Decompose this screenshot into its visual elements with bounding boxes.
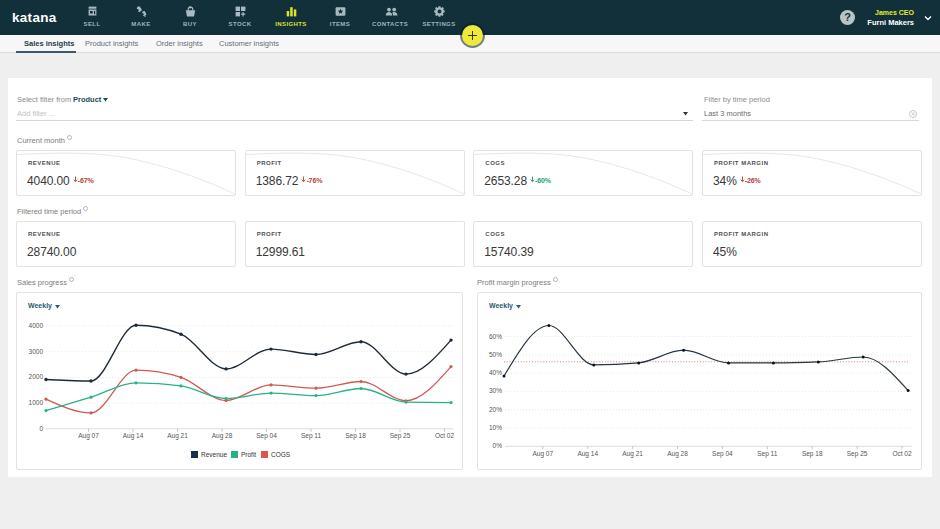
svg-text:30%: 30% (489, 387, 502, 394)
svg-text:Aug 14: Aug 14 (123, 432, 144, 440)
svg-text:50%: 50% (489, 351, 502, 358)
svg-text:Aug 21: Aug 21 (622, 450, 643, 458)
svg-text:Aug 14: Aug 14 (577, 450, 598, 458)
svg-text:Sep 04: Sep 04 (712, 450, 733, 458)
svg-text:Sep 11: Sep 11 (757, 450, 778, 458)
svg-text:COGS: COGS (271, 451, 291, 458)
svg-text:1000: 1000 (29, 399, 44, 406)
svg-text:Revenue: Revenue (201, 451, 227, 458)
svg-text:Sep 18: Sep 18 (802, 450, 823, 458)
svg-text:40%: 40% (489, 369, 502, 376)
svg-text:Sep 18: Sep 18 (345, 432, 366, 440)
svg-text:0: 0 (39, 425, 43, 432)
svg-text:Oct 02: Oct 02 (892, 450, 912, 457)
svg-text:Aug 07: Aug 07 (78, 432, 99, 440)
svg-text:Sep 25: Sep 25 (847, 450, 868, 458)
svg-text:Sep 04: Sep 04 (256, 432, 277, 440)
svg-text:Aug 21: Aug 21 (167, 432, 188, 440)
svg-text:Sep 25: Sep 25 (390, 432, 411, 440)
svg-text:Aug 28: Aug 28 (212, 432, 233, 440)
svg-text:0%: 0% (493, 442, 503, 449)
svg-text:60%: 60% (489, 333, 502, 340)
svg-text:3000: 3000 (29, 348, 44, 355)
svg-text:10%: 10% (489, 424, 502, 431)
svg-text:20%: 20% (489, 406, 502, 413)
svg-text:Profit: Profit (241, 451, 256, 458)
svg-text:4000: 4000 (29, 322, 44, 329)
svg-text:Aug 07: Aug 07 (532, 450, 553, 458)
svg-text:Sep 11: Sep 11 (301, 432, 322, 440)
svg-text:Oct 02: Oct 02 (435, 432, 455, 439)
svg-text:Aug 28: Aug 28 (667, 450, 688, 458)
svg-text:2000: 2000 (29, 373, 44, 380)
